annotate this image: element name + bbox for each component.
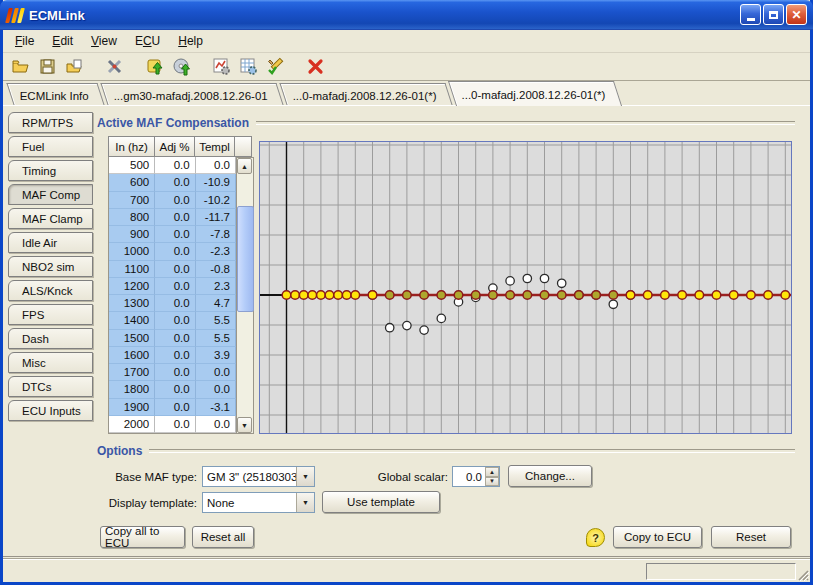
base-maf-type-select[interactable]: GM 3" (25180303) ▼ (202, 466, 315, 487)
table-row[interactable]: 800 0.0 -11.7 (109, 209, 236, 226)
import-folder-icon[interactable] (64, 57, 84, 77)
sidebar-item[interactable]: Fuel (8, 136, 93, 157)
category-sidebar: RPM/TPS Fuel Timing MAF Comp MAF Clamp I… (8, 112, 93, 424)
display-template-label: Display template: (87, 495, 197, 511)
maf-table: In (hz) Adj % Templ 500 0.0 0.0 600 0.0 … (108, 136, 255, 434)
column-header-spacer (234, 136, 252, 157)
close-button[interactable]: ✕ (786, 4, 807, 25)
chevron-down-icon[interactable]: ▼ (296, 467, 314, 486)
sidebar-item[interactable]: ECU Inputs (8, 400, 93, 421)
sidebar-item[interactable]: MAF Clamp (8, 208, 93, 229)
table-row[interactable]: 1600 0.0 3.9 (109, 347, 236, 364)
table-row[interactable]: 500 0.0 0.0 (109, 157, 236, 174)
display-template-select[interactable]: None ▼ (202, 492, 315, 513)
menubar: File Edit View ECU Help (0, 30, 813, 53)
document-tab[interactable]: ...0-mafadj.2008.12.26-01(*) (280, 83, 453, 105)
spinner-up-icon[interactable]: ▲ (485, 467, 499, 477)
reset-all-button[interactable]: Reset all (192, 526, 254, 548)
menu-item[interactable]: ECU (126, 32, 169, 50)
open-file-icon[interactable] (10, 57, 30, 77)
titlebar[interactable]: ECMLink ✕ (0, 0, 813, 30)
menu-item[interactable]: File (6, 32, 43, 50)
app-settings-icon[interactable] (104, 57, 124, 77)
maf-compensation-chart[interactable] (259, 141, 792, 434)
sidebar-item[interactable]: ALS/Knck (8, 280, 93, 301)
options-title: Options (97, 444, 142, 458)
document-tab[interactable]: ECMLink Info (6, 83, 104, 105)
save-file-icon[interactable] (37, 57, 57, 77)
sidebar-item[interactable]: Timing (8, 160, 93, 181)
global-scalar-value[interactable]: 0.0 (453, 467, 485, 486)
spinner-down-icon[interactable]: ▼ (485, 477, 499, 487)
scroll-up-arrow-icon[interactable]: ▲ (237, 158, 252, 174)
column-header-in-hz[interactable]: In (hz) (108, 136, 155, 157)
table-row[interactable]: 1700 0.0 0.0 (109, 364, 236, 381)
edit-tools-icon[interactable] (265, 57, 285, 77)
resize-grip[interactable] (796, 568, 809, 581)
table-row[interactable]: 700 0.0 -10.2 (109, 192, 236, 209)
status-message-field (646, 563, 796, 580)
document-tab[interactable]: ...0-mafadj.2008.12.26-01(*) (448, 81, 622, 106)
change-button[interactable]: Change... (508, 465, 592, 487)
menu-item[interactable]: Edit (43, 32, 82, 50)
table-header: In (hz) Adj % Templ (108, 136, 255, 157)
sidebar-item[interactable]: DTCs (8, 376, 93, 397)
menu-item[interactable]: Help (169, 32, 212, 50)
capture-options-icon[interactable] (238, 57, 258, 77)
divider (256, 121, 795, 125)
divider (149, 449, 795, 453)
table-row[interactable]: 1200 0.0 2.3 (109, 278, 236, 295)
table-row[interactable]: 1800 0.0 0.0 (109, 381, 236, 398)
help-icon[interactable]: ? (586, 528, 605, 547)
maf-panel-title: Active MAF Compensation (97, 116, 249, 130)
table-row[interactable]: 1900 0.0 -3.1 (109, 399, 236, 416)
table-scrollbar[interactable]: ▲ ▼ (237, 157, 254, 434)
sidebar-item[interactable]: Idle Air (8, 232, 93, 253)
document-tabs: ECMLink Info ...gm30-mafadj.2008.12.26-0… (0, 81, 813, 105)
base-maf-type-label: Base MAF type: (87, 469, 197, 485)
copy-to-ecu-button[interactable]: Copy to ECU (613, 526, 702, 548)
menu-item[interactable]: View (82, 32, 126, 50)
copy-all-to-ecu-button[interactable]: Copy all to ECU (100, 526, 185, 548)
table-row[interactable]: 900 0.0 -7.8 (109, 226, 236, 243)
app-logo-icon (5, 8, 25, 23)
disconnect-icon[interactable] (305, 57, 325, 77)
sidebar-item[interactable]: FPS (8, 304, 93, 325)
sidebar-item[interactable]: NBO2 sim (8, 256, 93, 277)
table-row[interactable]: 1300 0.0 4.7 (109, 295, 236, 312)
scrollbar-thumb[interactable] (237, 206, 254, 312)
sidebar-item[interactable]: Dash (8, 328, 93, 349)
use-template-button[interactable]: Use template (322, 491, 440, 513)
document-tab[interactable]: ...gm30-mafadj.2008.12.26-01 (100, 83, 283, 105)
table-row[interactable]: 1400 0.0 5.5 (109, 312, 236, 329)
toolbar (0, 53, 813, 81)
reset-button[interactable]: Reset (711, 526, 791, 548)
send-to-ecu-icon[interactable] (144, 57, 164, 77)
minimize-button[interactable] (740, 4, 761, 25)
sidebar-item[interactable]: MAF Comp (8, 184, 93, 205)
global-scalar-spinner[interactable]: 0.0 ▲ ▼ (452, 466, 500, 487)
read-disc-icon[interactable] (171, 57, 191, 77)
chevron-down-icon[interactable]: ▼ (296, 493, 314, 512)
global-scalar-label: Global scalar: (352, 469, 448, 485)
maximize-button[interactable] (763, 4, 784, 25)
table-row[interactable]: 1500 0.0 5.5 (109, 330, 236, 347)
table-body: 500 0.0 0.0 600 0.0 -10.9 700 0.0 -10.2 … (108, 157, 237, 434)
table-row[interactable]: 1000 0.0 -2.3 (109, 243, 236, 260)
column-header-adj[interactable]: Adj % (154, 136, 195, 157)
window-title: ECMLink (29, 8, 85, 23)
statusbar (3, 559, 810, 582)
column-header-templ[interactable]: Templ (194, 136, 235, 157)
table-row[interactable]: 1100 0.0 -0.8 (109, 261, 236, 278)
table-row[interactable]: 2000 0.0 0.0 (109, 416, 236, 433)
scroll-down-arrow-icon[interactable]: ▼ (237, 417, 252, 433)
log-options-icon[interactable] (211, 57, 231, 77)
sidebar-item[interactable]: RPM/TPS (8, 112, 93, 133)
sidebar-item[interactable]: Misc (8, 352, 93, 373)
table-row[interactable]: 600 0.0 -10.9 (109, 174, 236, 191)
